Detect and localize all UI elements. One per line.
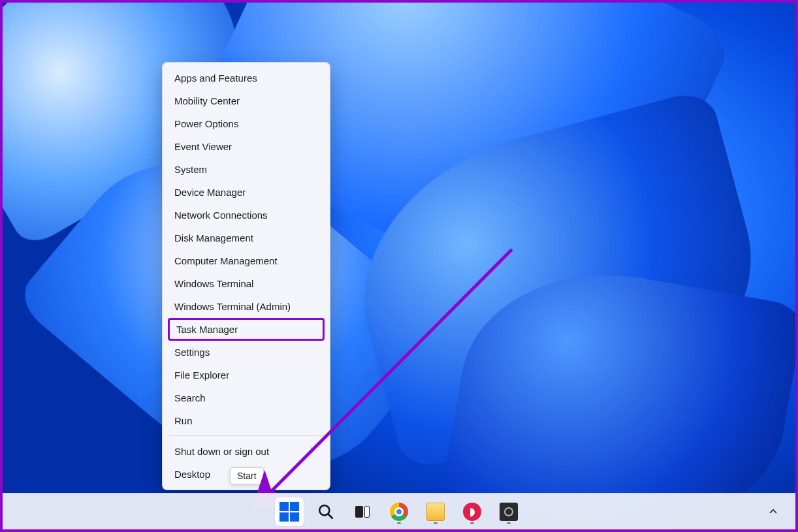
search-button[interactable]: [311, 497, 340, 526]
ctx-label: Windows Terminal: [174, 278, 253, 289]
ctx-disk-management[interactable]: Disk Management: [163, 227, 330, 249]
ctx-label: Mobility Center: [174, 95, 240, 106]
ctx-mobility-center[interactable]: Mobility Center: [163, 89, 330, 112]
ctx-device-manager[interactable]: Device Manager: [163, 181, 330, 204]
ctx-label: Network Connections: [174, 210, 268, 221]
taskbar-center: ◗: [275, 497, 523, 526]
ctx-label: Desktop: [174, 469, 210, 480]
ctx-label: Device Manager: [174, 187, 246, 198]
task-view-icon: [355, 506, 370, 518]
opera-icon: ◗: [463, 503, 481, 521]
taskbar-app-opera[interactable]: ◗: [458, 497, 487, 526]
ctx-label: Search: [174, 392, 206, 403]
start-tooltip: Start: [230, 467, 264, 484]
chrome-icon: [390, 503, 408, 521]
ctx-power-options[interactable]: Power Options: [163, 112, 330, 135]
tooltip-text: Start: [237, 471, 257, 481]
running-indicator: [507, 522, 511, 524]
ctx-label: Apps and Features: [174, 72, 257, 84]
ctx-label: Disk Management: [174, 232, 253, 243]
ctx-network-connections[interactable]: Network Connections: [163, 204, 330, 227]
running-indicator: [470, 522, 474, 524]
running-indicator: [434, 522, 438, 524]
ctx-system[interactable]: System: [163, 158, 330, 181]
ctx-search[interactable]: Search: [163, 386, 330, 409]
chevron-right-icon: 〉: [310, 445, 318, 457]
ctx-label: Event Viewer: [174, 141, 232, 152]
ctx-settings[interactable]: Settings: [163, 341, 330, 364]
taskbar: ◗: [3, 493, 795, 529]
ctx-label: System: [174, 164, 207, 175]
windows-logo-icon: [279, 502, 299, 522]
running-indicator: [397, 522, 401, 524]
ctx-computer-management[interactable]: Computer Management: [163, 249, 330, 272]
taskbar-app-obs[interactable]: [494, 497, 523, 526]
ctx-task-manager[interactable]: Task Manager: [168, 318, 325, 341]
ctx-run[interactable]: Run: [163, 409, 330, 432]
task-view-button[interactable]: [348, 497, 377, 526]
ctx-shut-down[interactable]: Shut down or sign out 〉: [163, 439, 330, 463]
ctx-windows-terminal[interactable]: Windows Terminal: [163, 272, 330, 295]
search-icon: [317, 503, 334, 520]
ctx-apps-and-features[interactable]: Apps and Features: [163, 67, 330, 89]
ctx-label: File Explorer: [174, 369, 229, 381]
svg-line-2: [328, 514, 332, 518]
ctx-file-explorer[interactable]: File Explorer: [163, 364, 330, 386]
ctx-separator: [169, 435, 323, 436]
desktop-screen: Apps and Features Mobility Center Power …: [0, 0, 798, 532]
ctx-label: Windows Terminal (Admin): [174, 301, 291, 312]
start-button[interactable]: [275, 497, 304, 526]
ctx-label: Run: [174, 415, 193, 426]
tray-overflow-button[interactable]: [764, 503, 782, 521]
ctx-label: Task Manager: [176, 324, 238, 335]
winx-context-menu: Apps and Features Mobility Center Power …: [162, 62, 330, 490]
ctx-label: Power Options: [174, 118, 238, 129]
ctx-label: Computer Management: [174, 255, 278, 266]
desktop-wallpaper: [3, 3, 795, 529]
ctx-event-viewer[interactable]: Event Viewer: [163, 135, 330, 158]
ctx-windows-terminal-admin[interactable]: Windows Terminal (Admin): [163, 295, 330, 318]
taskbar-app-explorer[interactable]: [421, 497, 450, 526]
folder-icon: [426, 503, 445, 521]
taskbar-app-chrome[interactable]: [385, 497, 413, 526]
obs-icon: [500, 503, 518, 521]
chevron-up-icon: [769, 507, 778, 516]
ctx-label: Settings: [174, 347, 210, 358]
ctx-label: Shut down or sign out: [174, 446, 269, 457]
